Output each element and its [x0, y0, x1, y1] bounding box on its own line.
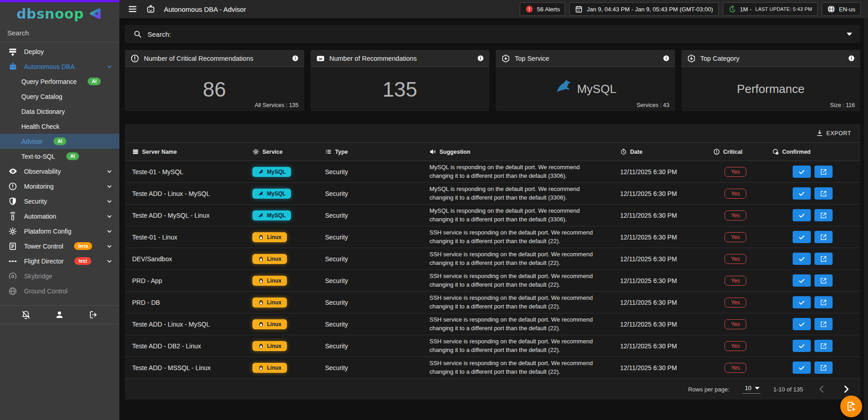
sidebar-item-ground-control[interactable]: Ground Control — [0, 283, 119, 298]
critical-cell: Yes — [706, 341, 765, 351]
logout-icon[interactable] — [89, 310, 99, 320]
sidebar-item-advisor[interactable]: Advisor AI — [0, 134, 119, 149]
sidebar-item-autonomous-dba[interactable]: Autonomous DBA — [0, 59, 119, 74]
confirm-button[interactable] — [793, 231, 811, 243]
service-cell: Linux — [245, 298, 318, 308]
sidebar-item-data-dictionary[interactable]: Data Dictionary — [0, 104, 119, 119]
suggestion-cell: SSH service is responding on the default… — [422, 337, 613, 355]
col-suggestion[interactable]: Suggestion — [422, 148, 613, 155]
sidebar-item-health-check[interactable]: Health Check — [0, 119, 119, 134]
refresh-interval-chip[interactable]: 1M - LAST UPDATE: 5:43 PM — [723, 2, 818, 16]
open-details-button[interactable] — [814, 296, 833, 308]
date-cell: 12/11/2025 6:30 PM — [613, 299, 706, 306]
brand-logo[interactable]: dbsnoop — [0, 2, 119, 25]
col-service[interactable]: Service — [245, 148, 318, 155]
confirm-button[interactable] — [793, 209, 811, 221]
confirm-button[interactable] — [793, 318, 811, 330]
clock-icon — [620, 148, 627, 155]
sidebar-item-query-catalog[interactable]: Query Catalog — [0, 89, 119, 104]
robot-icon — [8, 62, 18, 72]
scrollbar[interactable] — [864, 18, 868, 420]
hamburger-menu-icon[interactable] — [128, 4, 138, 14]
type-cell: Security — [318, 364, 422, 371]
service-cell: Linux — [245, 232, 318, 242]
service-cell: Linux — [245, 341, 318, 351]
notifications-off-icon[interactable] — [21, 310, 31, 320]
sidebar-item-observability[interactable]: Observability — [0, 164, 119, 179]
sidebar-item-security[interactable]: Security — [0, 194, 119, 209]
sidebar-search-input[interactable] — [7, 29, 112, 37]
critical-badge: Yes — [725, 167, 746, 177]
rows-per-page-label: Rows per page: — [688, 386, 730, 393]
sidebar-item-automation[interactable]: Automation — [0, 209, 119, 224]
rows-per-page-select[interactable]: 10 — [742, 385, 760, 394]
kpi-cards: Number of Critical Recommendations 86 Al… — [125, 50, 860, 111]
mysql-dolphin-icon — [258, 212, 264, 219]
confirm-button[interactable] — [793, 187, 811, 200]
alerts-chip[interactable]: 56 Alerts — [520, 2, 566, 16]
next-page-button[interactable] — [840, 383, 852, 395]
open-details-button[interactable] — [814, 274, 833, 287]
sidebar-item-text-to-sql[interactable]: Text-to-SQL AI — [0, 149, 119, 164]
server-name-cell: Teste ADD - Linux - MySQL — [125, 321, 245, 328]
confirmed-cell — [765, 209, 860, 221]
confirm-button[interactable] — [793, 274, 811, 287]
open-details-button[interactable] — [814, 231, 833, 243]
content: Search: Number of Critical Recommendatio… — [119, 18, 868, 420]
sidebar-item-query-performance[interactable]: Query Performance AI — [0, 74, 119, 89]
confirm-button[interactable] — [793, 296, 811, 308]
open-details-button[interactable] — [814, 187, 833, 200]
sidebar-item-tower-control[interactable]: Tower Control beta — [0, 239, 119, 254]
critical-cell: Yes — [706, 210, 765, 220]
open-details-button[interactable] — [814, 253, 833, 265]
export-button[interactable]: EXPORT — [816, 129, 851, 137]
confirmed-cell — [765, 253, 860, 265]
col-critical[interactable]: Critical — [706, 148, 765, 155]
linux-penguin-icon — [258, 321, 264, 327]
service-badge: MySQL — [252, 210, 291, 220]
previous-page-button[interactable] — [816, 383, 828, 395]
server-icon — [132, 148, 139, 155]
service-badge: MySQL — [252, 167, 291, 177]
table-search-bar[interactable]: Search: — [125, 25, 860, 43]
open-details-button[interactable] — [814, 318, 833, 330]
confirm-button[interactable] — [793, 361, 811, 374]
hexagon-download-icon — [687, 54, 696, 63]
open-details-button[interactable] — [814, 340, 833, 352]
confirm-button[interactable] — [793, 253, 811, 265]
date-range-chip[interactable]: Jan 9, 04:43 PM - Jan 9, 05:43 PM (GMT-0… — [569, 2, 718, 16]
server-name-cell: PRD - App — [125, 277, 245, 284]
linked-nodes-icon — [8, 256, 18, 266]
user-icon[interactable] — [54, 310, 64, 320]
card-footer: Services : 43 — [636, 102, 669, 108]
remote-control-icon — [8, 211, 18, 221]
open-details-button[interactable] — [814, 166, 833, 178]
critical-cell: Yes — [706, 298, 765, 308]
sidebar-item-flight-director[interactable]: Flight Director test — [0, 254, 119, 269]
sidebar-item-deploy[interactable]: Deploy — [0, 44, 119, 59]
col-date[interactable]: Date — [613, 148, 706, 155]
sidebar-item-monitoring[interactable]: Monitoring — [0, 179, 119, 194]
chevron-down-icon — [755, 387, 760, 390]
new-report-fab[interactable] — [840, 396, 862, 417]
topbar-actions: 56 Alerts Jan 9, 04:43 PM - Jan 9, 05:43… — [520, 2, 861, 16]
col-server-name[interactable]: Server Name — [125, 148, 245, 155]
main-area: Autonomous DBA - Advisor 56 Alerts Jan 9… — [119, 0, 868, 420]
card-critical-recommendations: Number of Critical Recommendations 86 Al… — [125, 50, 304, 111]
confirm-button[interactable] — [793, 340, 811, 352]
info-icon[interactable] — [663, 55, 670, 62]
recommendations-table: EXPORT Server Name Service Type — [125, 124, 860, 400]
open-details-button[interactable] — [814, 361, 833, 374]
info-icon[interactable] — [292, 55, 299, 62]
sidebar-item-plataform-config[interactable]: Plataform Config — [0, 224, 119, 239]
open-details-button[interactable] — [814, 209, 833, 221]
confirm-button[interactable] — [793, 166, 811, 178]
info-icon[interactable] — [848, 55, 855, 62]
col-type[interactable]: Type — [318, 148, 422, 155]
sidebar-footer — [0, 305, 119, 324]
page-title: Autonomous DBA - Advisor — [164, 5, 246, 13]
col-confirmed[interactable]: Confirmed — [765, 148, 860, 155]
sidebar-item-skybridge[interactable]: Skybridge — [0, 269, 119, 283]
locale-chip[interactable]: EN-us — [822, 2, 861, 16]
info-icon[interactable] — [477, 55, 484, 62]
